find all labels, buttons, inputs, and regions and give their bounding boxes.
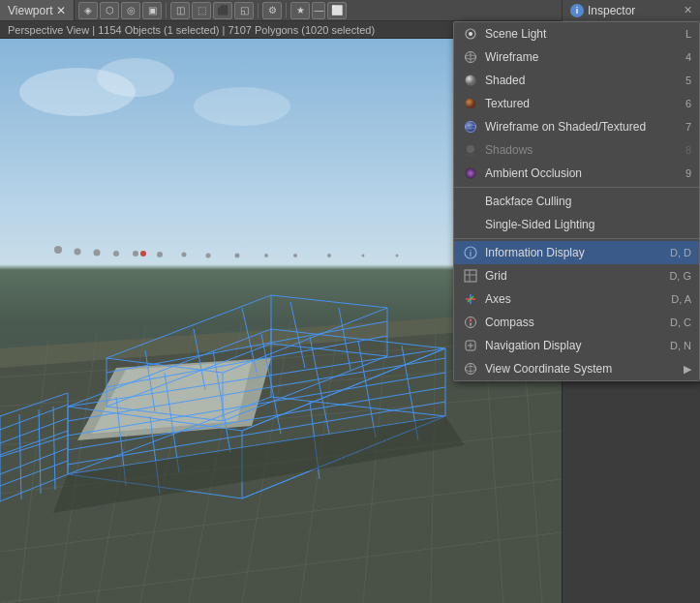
single-sided-icon xyxy=(462,216,479,233)
svg-text:i: i xyxy=(470,249,472,258)
compass-label: Compass xyxy=(485,316,662,329)
menu-item-backface-culling[interactable]: Backface Culling xyxy=(454,190,699,213)
svg-point-32 xyxy=(327,254,331,257)
wireframe-shortcut: 4 xyxy=(685,51,691,63)
compass-icon xyxy=(462,314,479,331)
tool-btn-2[interactable]: ⬡ xyxy=(100,2,119,19)
nav-display-shortcut: D, N xyxy=(670,340,691,351)
shadows-icon xyxy=(462,141,479,159)
coord-system-arrow-icon: ▶ xyxy=(684,363,691,376)
grid-shortcut: D, G xyxy=(669,270,691,282)
svg-point-22 xyxy=(75,249,81,256)
tool-btn-4[interactable]: ▣ xyxy=(142,2,162,19)
single-sided-label: Single-Sided Lighting xyxy=(485,218,691,231)
shaded-icon xyxy=(462,72,479,89)
wireframe-label: Wireframe xyxy=(485,50,678,64)
svg-point-92 xyxy=(467,145,474,153)
tool-btn-5[interactable]: ◫ xyxy=(170,2,190,19)
wireframe-shaded-icon xyxy=(462,118,479,136)
svg-point-31 xyxy=(293,254,297,257)
svg-point-24 xyxy=(113,251,119,256)
grid-label: Grid xyxy=(485,269,661,283)
toolbar-separator-3 xyxy=(286,3,287,18)
axes-label: Axes xyxy=(485,292,663,306)
tool-btn-square[interactable]: ⬜ xyxy=(327,2,347,19)
coord-system-label: View Coordinate System xyxy=(485,362,684,376)
svg-point-27 xyxy=(182,253,187,257)
info-display-icon: i xyxy=(462,244,479,261)
wireframe-shaded-label: Wireframe on Shaded/Textured xyxy=(485,120,678,134)
menu-item-grid[interactable]: Grid D, G xyxy=(454,264,699,287)
wireframe-icon xyxy=(462,48,479,66)
nav-display-label: Navigation Display xyxy=(485,339,662,352)
inspector-info-icon: i xyxy=(570,4,584,17)
scene-light-label: Scene Light xyxy=(485,27,678,41)
axes-shortcut: D, A xyxy=(671,293,691,305)
menu-item-axes[interactable]: Axes D, A xyxy=(454,287,699,311)
info-display-shortcut: D, D xyxy=(670,247,691,258)
tool-btn-3[interactable]: ◎ xyxy=(121,2,140,19)
viewport-close-icon[interactable]: ✕ xyxy=(56,4,66,17)
tool-btn-star[interactable]: ★ xyxy=(290,2,310,19)
textured-icon xyxy=(462,95,479,112)
svg-point-88 xyxy=(466,99,476,109)
svg-point-28 xyxy=(206,254,211,258)
tool-btn-settings[interactable]: ⚙ xyxy=(262,2,282,19)
menu-item-ambient-occlusion[interactable]: Ambient Occlusion 9 xyxy=(454,162,699,185)
svg-point-29 xyxy=(235,254,240,258)
textured-label: Textured xyxy=(485,97,678,110)
svg-point-30 xyxy=(264,254,268,257)
shaded-shortcut: 5 xyxy=(685,75,691,86)
svg-point-21 xyxy=(54,246,62,254)
menu-item-shaded[interactable]: Shaded 5 xyxy=(454,69,699,92)
tool-btn-8[interactable]: ◱ xyxy=(234,2,254,19)
tool-btn-6[interactable]: ⬚ xyxy=(192,2,211,19)
menu-item-coord-system[interactable]: View Coordinate System ▶ xyxy=(454,357,699,380)
menu-item-wireframe-shaded[interactable]: Wireframe on Shaded/Textured 7 xyxy=(454,115,699,138)
svg-point-25 xyxy=(133,251,138,256)
svg-point-93 xyxy=(466,154,475,157)
menu-item-single-sided[interactable]: Single-Sided Lighting xyxy=(454,213,699,236)
viewport-tab[interactable]: Viewport ✕ xyxy=(0,0,75,20)
menu-item-scene-light[interactable]: Scene Light L xyxy=(454,22,699,45)
backface-culling-icon xyxy=(462,193,479,210)
inspector-tab[interactable]: i Inspector ✕ xyxy=(562,0,700,21)
backface-culling-label: Backface Culling xyxy=(485,195,691,208)
svg-point-94 xyxy=(466,168,476,179)
svg-point-83 xyxy=(469,32,472,36)
scene-light-icon xyxy=(462,25,479,43)
textured-shortcut: 6 xyxy=(685,98,691,109)
shaded-label: Shaded xyxy=(485,74,678,87)
menu-separator-2 xyxy=(454,238,699,239)
tool-btn-7[interactable]: ⬛ xyxy=(213,2,232,19)
svg-point-33 xyxy=(362,255,365,257)
tool-btn-1[interactable]: ◈ xyxy=(78,2,98,19)
svg-point-87 xyxy=(466,75,476,86)
tool-btn-dash[interactable]: — xyxy=(312,2,325,19)
nav-display-icon xyxy=(462,337,479,354)
menu-item-compass[interactable]: Compass D, C xyxy=(454,311,699,334)
compass-shortcut: D, C xyxy=(670,317,691,328)
shadows-shortcut: 8 xyxy=(685,144,691,156)
menu-separator-1 xyxy=(454,187,699,188)
scene-light-shortcut: L xyxy=(685,28,691,40)
toolbar-separator-1 xyxy=(166,3,167,18)
grid-icon xyxy=(462,267,479,285)
menu-item-shadows[interactable]: Shadows 8 xyxy=(454,138,699,162)
info-display-label: Information Display xyxy=(485,246,662,259)
inspector-close-icon[interactable]: ✕ xyxy=(684,4,692,16)
viewport-label: Viewport xyxy=(8,4,52,17)
menu-item-textured[interactable]: Textured 6 xyxy=(454,92,699,115)
wireframe-shaded-shortcut: 7 xyxy=(685,121,691,133)
svg-point-26 xyxy=(157,252,163,257)
menu-item-nav-display[interactable]: Navigation Display D, N xyxy=(454,334,699,357)
svg-point-23 xyxy=(94,250,101,256)
menu-item-info-display[interactable]: i Information Display D, D xyxy=(454,241,699,264)
ambient-occlusion-label: Ambient Occlusion xyxy=(485,166,678,180)
svg-marker-105 xyxy=(470,322,472,327)
svg-point-34 xyxy=(396,255,399,257)
menu-item-wireframe[interactable]: Wireframe 4 xyxy=(454,45,699,69)
context-menu: Scene Light L Wireframe 4 Shaded 5 Textu… xyxy=(453,21,700,381)
inspector-title: Inspector xyxy=(588,4,635,17)
shadows-label: Shadows xyxy=(485,143,678,157)
